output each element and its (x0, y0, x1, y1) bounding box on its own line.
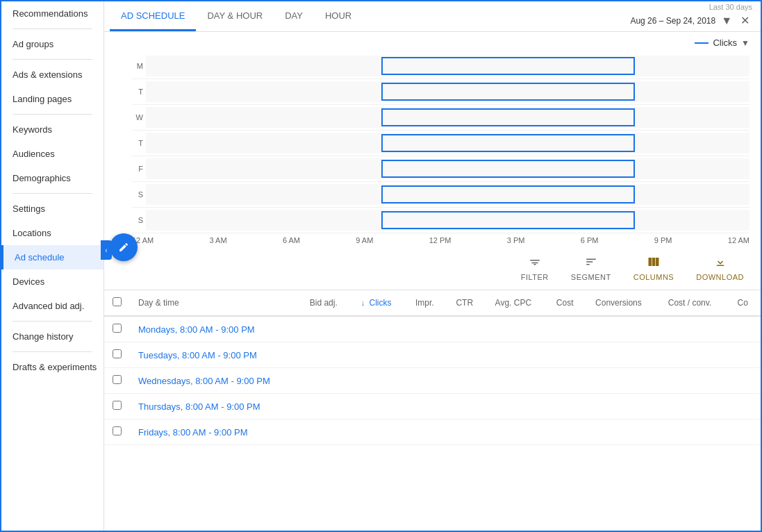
tab-hour[interactable]: HOUR (314, 2, 363, 31)
sidebar-item-settings[interactable]: Settings (1, 197, 103, 221)
col-header-ctr[interactable]: CTR (447, 290, 486, 316)
row-checkbox-cell (104, 316, 130, 342)
tab-day[interactable]: DAY (274, 2, 314, 31)
col-header-conversions[interactable]: Conversions (587, 290, 660, 316)
segment-label: SEGMENT (571, 273, 611, 281)
row-checkbox-0[interactable] (113, 324, 122, 333)
date-range-dropdown-button[interactable]: ▼ (718, 12, 735, 30)
sidebar-item-advanced-bid[interactable]: Advanced bid adj. (1, 294, 103, 318)
chart-bar-s2[interactable] (146, 210, 749, 231)
sidebar-item-ad-groups[interactable]: Ad groups (1, 32, 103, 56)
segment-icon (585, 256, 597, 272)
sidebar-item-devices[interactable]: Devices (1, 269, 103, 294)
chart-row-t1: T (132, 79, 749, 105)
row-cost-1 (548, 342, 587, 368)
sidebar-collapse-button[interactable]: ‹ (101, 240, 112, 260)
date-range-close-button[interactable]: ✕ (738, 11, 752, 30)
select-all-checkbox[interactable] (113, 297, 122, 306)
row-conversions-4 (587, 419, 660, 445)
row-cost-conv-1 (660, 342, 729, 368)
sidebar-item-landing-pages[interactable]: Landing pages (1, 87, 103, 111)
columns-label: COLUMNS (633, 273, 674, 281)
sidebar-item-ad-schedule[interactable]: Ad schedule (1, 245, 103, 269)
xaxis-9am: 9 AM (356, 236, 373, 244)
sidebar-item-ads-extensions[interactable]: Ads & extensions (1, 63, 103, 87)
sidebar-item-recommendations[interactable]: Recommendations (1, 1, 103, 26)
toolbar: FILTER SEGMENT COLUMNS DOWNLOAD (104, 247, 761, 290)
chart-bar-t2[interactable] (146, 133, 749, 153)
chart-bar-s1[interactable] (146, 184, 749, 205)
col-header-bid-adj[interactable]: Bid adj. (301, 290, 353, 316)
sidebar-item-locations[interactable]: Locations (1, 221, 103, 245)
table-row: Fridays, 8:00 AM - 9:00 PM (104, 419, 761, 445)
sidebar-divider-6 (13, 351, 92, 352)
row-impr-2 (407, 368, 447, 394)
col-header-cost[interactable]: Cost (548, 290, 587, 316)
row-ctr-3 (447, 394, 486, 419)
tab-day-hour[interactable]: DAY & HOUR (196, 2, 274, 31)
row-ctr-1 (447, 342, 486, 368)
chart-row-t2: T (132, 131, 749, 156)
row-extra-0 (729, 316, 761, 342)
col-header-impr[interactable]: Impr. (407, 290, 447, 316)
row-checkbox-3[interactable] (113, 401, 122, 410)
row-avg-cpc-2 (487, 368, 548, 394)
chart-legend: Clicks ▼ (115, 38, 749, 48)
pencil-icon (118, 242, 129, 253)
row-day-time-4: Fridays, 8:00 AM - 9:00 PM (130, 419, 301, 445)
row-conversions-0 (587, 316, 660, 342)
row-checkbox-2[interactable] (113, 375, 122, 384)
chart-bar-f[interactable] (146, 158, 749, 179)
col-header-extra[interactable]: Co (729, 290, 761, 316)
columns-icon (647, 256, 660, 272)
columns-button[interactable]: COLUMNS (628, 253, 680, 284)
sidebar-item-keywords[interactable]: Keywords (1, 117, 103, 142)
download-icon (714, 256, 727, 272)
sidebar-divider-4 (13, 193, 92, 194)
xaxis-12am-end: 12 AM (728, 236, 749, 244)
chart-bar-w[interactable] (146, 107, 749, 128)
col-header-day-time[interactable]: Day & time (130, 290, 301, 316)
filter-button[interactable]: FILTER (515, 253, 554, 284)
tab-ad-schedule[interactable]: AD SCHEDULE (110, 2, 196, 31)
main-content: AD SCHEDULE DAY & HOUR DAY HOUR Last 30 … (104, 1, 761, 531)
row-extra-2 (729, 368, 761, 394)
chart-row-m: M (132, 53, 749, 79)
legend-dropdown-icon[interactable]: ▼ (741, 38, 749, 48)
row-impr-0 (407, 316, 447, 342)
chart-bar-m[interactable] (146, 56, 749, 76)
xaxis-6pm: 6 PM (581, 236, 599, 244)
row-cost-2 (548, 368, 587, 394)
row-clicks-1 (353, 342, 407, 368)
row-checkbox-1[interactable] (113, 349, 122, 358)
chart-grid: M T W (132, 53, 749, 233)
svg-rect-0 (648, 258, 652, 266)
table-section: Day & time Bid adj. ↓ Clicks Impr. (104, 290, 761, 531)
edit-fab-button[interactable] (110, 233, 138, 261)
sort-arrow-clicks: ↓ (361, 299, 365, 307)
col-header-clicks[interactable]: ↓ Clicks (353, 290, 407, 316)
filter-icon (529, 256, 541, 272)
date-range-selector[interactable]: Last 30 days Aug 26 – Sep 24, 2018 ▼ ✕ (630, 3, 752, 30)
row-checkbox-cell (104, 368, 130, 394)
xaxis-6am: 6 AM (283, 236, 300, 244)
row-day-time-3: Thursdays, 8:00 AM - 9:00 PM (130, 394, 301, 419)
download-label: DOWNLOAD (696, 273, 744, 281)
sidebar-item-audiences[interactable]: Audiences (1, 142, 103, 166)
table-row: Mondays, 8:00 AM - 9:00 PM (104, 316, 761, 342)
svg-rect-2 (656, 258, 659, 266)
sidebar-item-drafts-experiments[interactable]: Drafts & experiments (1, 355, 103, 379)
data-table: Day & time Bid adj. ↓ Clicks Impr. (104, 290, 761, 445)
col-header-cost-conv[interactable]: Cost / conv. (660, 290, 729, 316)
chart-bar-t1[interactable] (146, 81, 749, 102)
sidebar-item-change-history[interactable]: Change history (1, 324, 103, 349)
sidebar-item-demographics[interactable]: Demographics (1, 166, 103, 190)
chart-label-w: W (132, 113, 143, 122)
row-avg-cpc-1 (487, 342, 548, 368)
download-button[interactable]: DOWNLOAD (690, 253, 749, 284)
row-bid-adj-2 (301, 368, 353, 394)
segment-button[interactable]: SEGMENT (565, 253, 617, 284)
table-row: Tuesdays, 8:00 AM - 9:00 PM (104, 342, 761, 368)
col-header-avg-cpc[interactable]: Avg. CPC (487, 290, 548, 316)
row-checkbox-4[interactable] (113, 426, 122, 435)
